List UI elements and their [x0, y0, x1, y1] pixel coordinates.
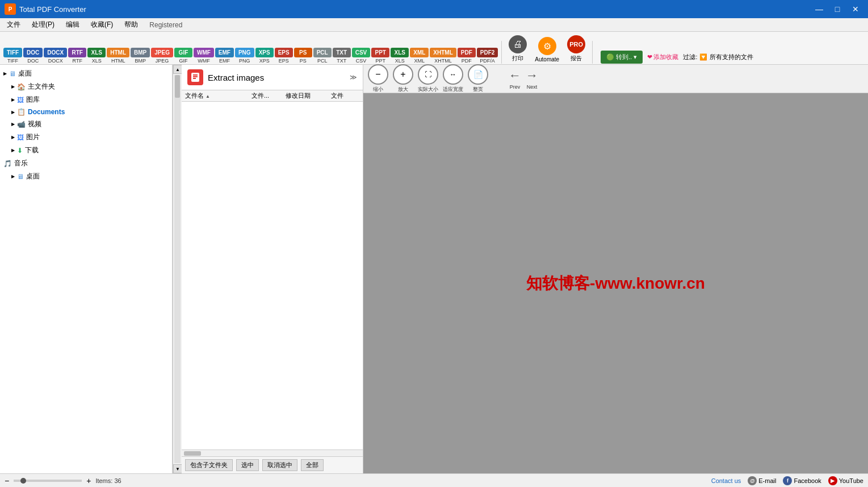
- chevron-right-icon-gallery: ▶: [11, 97, 15, 102]
- format-btn-xls[interactable]: XLS: [87, 48, 106, 57]
- fit-page-icon[interactable]: 📄: [468, 64, 488, 85]
- format-btn-pdfa[interactable]: PDF2: [477, 48, 498, 57]
- facebook-link[interactable]: f Facebook: [783, 476, 821, 485]
- fmt-group-emf: EMF EMF: [215, 48, 234, 64]
- fit-width-button[interactable]: ↔ 适应宽度: [443, 64, 463, 93]
- menu-edit[interactable]: 编辑: [61, 19, 84, 31]
- select-all-btn2[interactable]: 全部: [301, 459, 324, 471]
- col-header-size[interactable]: 文件...: [251, 91, 286, 100]
- sidebar-item-music[interactable]: 🎵 音乐: [0, 157, 172, 170]
- fit-page-button[interactable]: 📄 整页: [468, 64, 488, 93]
- zoom-decrease-button[interactable]: −: [5, 476, 9, 485]
- sidebar-item-downloads[interactable]: ▶ ⬇ 下载: [0, 144, 172, 157]
- prev-arrow-icon[interactable]: ←: [509, 68, 521, 83]
- menu-process[interactable]: 处理(P): [27, 19, 59, 31]
- preview-panel: − 缩小 + 放大 ⛶ 实际大小 ↔ 适应宽度 📄 整页 ← P: [363, 65, 868, 473]
- format-btn-doc[interactable]: DOC: [23, 48, 43, 57]
- email-icon: @: [748, 476, 757, 485]
- format-btn-html[interactable]: HTML: [107, 48, 129, 57]
- col-header-date[interactable]: 修改日期: [286, 91, 331, 100]
- scroll-up-arrow[interactable]: ▲: [173, 65, 182, 74]
- zoom-in-label: 放大: [398, 86, 408, 93]
- format-btn-ps[interactable]: PS: [294, 48, 312, 57]
- format-btn-xlsb[interactable]: XLS: [391, 48, 409, 57]
- convert-to-button[interactable]: 🟢 转到.. ▾: [601, 51, 643, 64]
- format-btn-rtf[interactable]: RTF: [68, 48, 86, 57]
- sidebar-item-video[interactable]: ▶ 📹 视频: [0, 118, 172, 131]
- format-btn-xps[interactable]: XPS: [255, 48, 274, 57]
- actual-size-button[interactable]: ⛶ 实际大小: [418, 64, 438, 93]
- expand-panel-button[interactable]: ≫: [350, 73, 357, 81]
- close-button[interactable]: ✕: [848, 3, 863, 15]
- email-link[interactable]: @ E-mail: [748, 476, 776, 485]
- format-btn-gif[interactable]: GIF: [174, 48, 192, 57]
- sidebar-item-images[interactable]: ▶ 🖼 图片: [0, 131, 172, 144]
- sidebar-item-documents[interactable]: ▶ 📋 Documents: [0, 106, 172, 118]
- next-arrow-icon[interactable]: →: [526, 68, 538, 83]
- col-header-type[interactable]: 文件: [331, 91, 359, 100]
- sidebar-item-home[interactable]: ▶ 🏠 主文件夹: [0, 80, 172, 93]
- scroll-down-arrow[interactable]: ▼: [173, 464, 182, 473]
- zoom-in-icon[interactable]: +: [393, 64, 413, 85]
- format-btn-png[interactable]: PNG: [235, 48, 254, 57]
- format-btn-txt[interactable]: TXT: [333, 48, 351, 57]
- zoom-slider[interactable]: [14, 480, 82, 482]
- include-subfolders-button[interactable]: 包含子文件夹: [185, 459, 233, 471]
- automate-icon: ⚙: [538, 37, 556, 55]
- toolbar-separator-2: [592, 41, 593, 64]
- next-label: Next: [527, 84, 538, 90]
- chevron-right-icon: ▶: [3, 71, 7, 76]
- zoom-in-button[interactable]: + 放大: [393, 64, 413, 93]
- scroll-thumb[interactable]: [175, 75, 180, 98]
- contact-us-link[interactable]: Contact us: [711, 477, 741, 484]
- format-btn-xml[interactable]: XML: [410, 48, 429, 57]
- report-action[interactable]: PRO 报告: [564, 34, 589, 64]
- format-btn-eps[interactable]: EPS: [275, 48, 293, 57]
- format-btn-jpeg[interactable]: JPEG: [151, 48, 173, 57]
- file-list: [182, 102, 363, 449]
- hscroll-thumb[interactable]: [184, 451, 201, 456]
- sidebar-item-desktop1[interactable]: ▶ 🖥 桌面: [0, 67, 172, 80]
- format-btn-pcl[interactable]: PCL: [313, 48, 332, 57]
- format-btn-csv[interactable]: CSV: [352, 48, 371, 57]
- zoom-out-icon[interactable]: −: [368, 64, 388, 85]
- sidebar-item-desktop2[interactable]: ▶ 🖥 桌面: [0, 170, 172, 183]
- fmt-label-ps: PS: [300, 58, 307, 64]
- format-btn-wmf[interactable]: WMF: [194, 48, 214, 57]
- add-favorite-button[interactable]: ❤ 添加收藏: [647, 53, 678, 61]
- fit-width-icon[interactable]: ↔: [443, 64, 463, 85]
- zoom-out-button[interactable]: − 缩小: [368, 64, 388, 93]
- menu-file[interactable]: 文件: [2, 19, 25, 31]
- automate-action[interactable]: ⚙ Automate: [531, 36, 563, 64]
- menu-favorites[interactable]: 收藏(F): [86, 19, 118, 31]
- sidebar-label-downloads: 下载: [25, 145, 39, 155]
- file-scroll-horizontal[interactable]: [182, 449, 363, 456]
- chevron-right-icon-home: ▶: [11, 84, 15, 89]
- format-btn-xhtml[interactable]: XHTML: [430, 48, 456, 57]
- main-area: ▶ 🖥 桌面 ▶ 🏠 主文件夹 ▶ 🖼 图库 ▶ 📋 Do: [0, 65, 868, 473]
- minimize-button[interactable]: —: [811, 3, 827, 15]
- zoom-thumb[interactable]: [20, 478, 26, 484]
- zoom-out-label: 缩小: [373, 86, 383, 93]
- format-btn-docx[interactable]: DOCX: [44, 48, 67, 57]
- fmt-group-eps: EPS EPS: [275, 48, 293, 64]
- deselect-button[interactable]: 取消选中: [262, 459, 297, 471]
- format-btn-pdf[interactable]: PDF: [458, 48, 476, 57]
- format-btn-emf[interactable]: EMF: [215, 48, 234, 57]
- youtube-link[interactable]: ▶ YouTube: [828, 476, 863, 485]
- sidebar-label-music: 音乐: [14, 159, 28, 168]
- select-all-button[interactable]: 选中: [236, 459, 259, 471]
- format-btn-tiff[interactable]: TIFF: [3, 48, 22, 57]
- sidebar-item-gallery[interactable]: ▶ 🖼 图库: [0, 93, 172, 106]
- maximize-button[interactable]: □: [829, 3, 845, 15]
- format-btn-bmp[interactable]: BMP: [131, 48, 150, 57]
- format-btn-ppt[interactable]: PPT: [371, 48, 389, 57]
- print-action[interactable]: 🖨 打印: [505, 34, 530, 64]
- zoom-increase-button[interactable]: +: [86, 476, 91, 485]
- prev-button[interactable]: ← Prev: [509, 68, 521, 90]
- menu-help[interactable]: 帮助: [120, 19, 142, 31]
- col-header-filename[interactable]: 文件名 ▲: [185, 91, 251, 100]
- actual-size-icon[interactable]: ⛶: [418, 64, 438, 85]
- fmt-label-xps: XPS: [259, 58, 270, 64]
- next-button[interactable]: → Next: [526, 68, 538, 90]
